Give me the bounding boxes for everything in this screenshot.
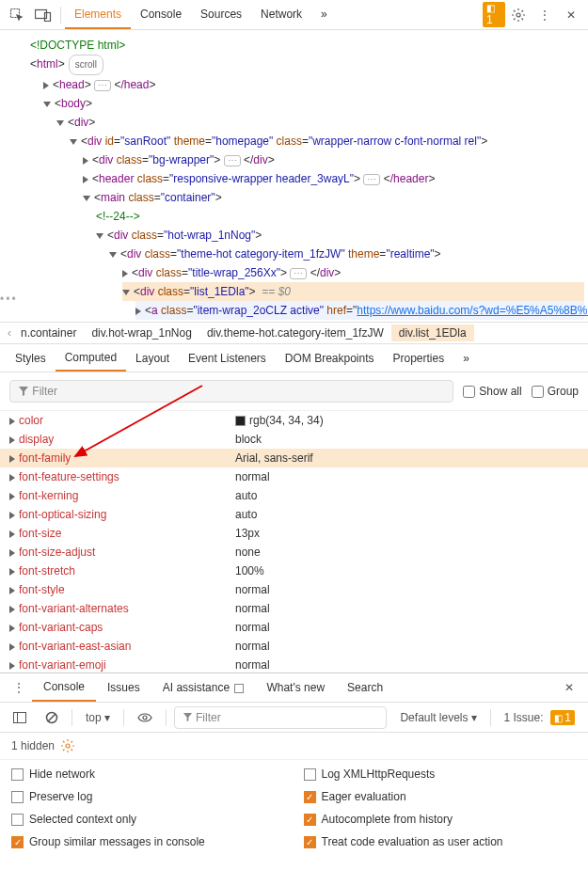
svg-point-10 [66,744,70,748]
console-toolbar: top ▾ Filter Default levels ▾ 1 Issue: ◧… [0,703,588,733]
panel-tabs: Elements Console Sources Network » [65,1,479,29]
doctype[interactable]: <!DOCTYPE html> [30,36,584,55]
breadcrumb-item-active[interactable]: div.list_1EDla [391,324,474,341]
live-expression-icon[interactable] [132,709,158,726]
computed-property[interactable]: colorrgb(34, 34, 34) [0,411,588,430]
div-tag[interactable]: <div> [56,113,584,132]
drawer-tab-whatsnew[interactable]: What's new [255,674,336,701]
svg-point-9 [143,716,147,720]
computed-property[interactable]: font-variant-emojinormal [0,656,588,672]
drawer-close-icon[interactable]: ✕ [556,674,582,701]
computed-property[interactable]: font-size-adjustnone [0,543,588,562]
breadcrumb-item[interactable]: div.hot-wrap_1nNog [84,324,199,341]
warnings-button[interactable]: ◧ 1 [479,2,505,28]
bg-wrapper-tag[interactable]: <div class="bg-wrapper"> ⋯ </div> [83,150,584,169]
comment[interactable]: <!--24--> [96,207,584,226]
setting-treat-code[interactable]: ✓Treat code evaluation as user action [304,835,578,848]
setting-hide-network[interactable]: Hide network [11,767,285,781]
computed-property[interactable]: font-optical-sizingauto [0,505,588,524]
settings-icon[interactable] [505,2,532,28]
breadcrumb-item[interactable]: div.theme-hot.category-item_1fzJW [199,324,391,341]
more-menu-icon[interactable]: ⋮ [532,2,558,28]
computed-property[interactable]: font-variant-capsnormal [0,618,588,637]
theme-hot-tag[interactable]: <div class="theme-hot category-item_1fzJ… [109,245,584,263]
setting-log-xhr[interactable]: Log XMLHttpRequests [304,767,578,781]
setting-group-messages[interactable]: ✓Group similar messages in console [11,835,285,848]
tab-event-listeners[interactable]: Event Listeners [179,346,276,371]
main-tag[interactable]: <main class="container"> [83,188,584,207]
svg-point-3 [516,13,520,17]
anchor-tag[interactable]: <a class="item-wrap_2oCLZ active" href="… [135,301,584,320]
computed-property[interactable]: font-size13px [0,524,588,543]
breadcrumb: ‹ n.container div.hot-wrap_1nNog div.the… [0,322,588,344]
svg-rect-2 [45,12,51,21]
sanroot-tag[interactable]: <div id="sanRoot" theme="homepage" class… [70,132,584,150]
styles-tabs-overflow[interactable]: » [453,346,479,371]
tab-elements[interactable]: Elements [65,1,131,29]
tab-computed[interactable]: Computed [56,345,126,372]
drawer-tab-search[interactable]: Search [336,674,394,701]
dom-tree[interactable]: ••• <!DOCTYPE html> <html>scroll <head> … [0,30,588,322]
drawer-more-icon[interactable]: ⋮ [6,674,32,701]
drawer-tab-console[interactable]: Console [32,673,96,702]
body-tag[interactable]: <body> [43,94,584,113]
svg-line-8 [48,714,56,721]
tab-network[interactable]: Network [251,1,311,29]
tabs-overflow[interactable]: » [311,1,337,29]
computed-property[interactable]: font-variant-alternatesnormal [0,599,588,618]
computed-property[interactable]: font-kerningauto [0,486,588,505]
tab-properties[interactable]: Properties [384,346,454,371]
computed-property[interactable]: font-stretch100% [0,562,588,580]
scroll-badge: scroll [69,55,103,75]
styles-tabs: Styles Computed Layout Event Listeners D… [0,344,588,372]
drawer-tab-ai[interactable]: AI assistance [151,674,256,701]
tab-sources[interactable]: Sources [191,1,251,29]
gutter-dots: ••• [0,290,18,309]
hidden-messages[interactable]: 1 hidden [0,733,588,760]
inspect-icon[interactable] [4,2,30,28]
filter-icon [183,712,193,722]
filter-input[interactable]: Filter [9,380,453,403]
tab-dom-breakpoints[interactable]: DOM Breakpoints [276,346,384,371]
computed-filter-row: Filter Show all Group [0,372,588,411]
filter-icon [18,386,29,397]
warning-count: 1 [486,13,493,26]
title-wrap-tag[interactable]: <div class="title-wrap_256Xx"> ⋯ </div> [122,263,584,282]
context-selector[interactable]: top ▾ [80,708,116,727]
clear-console-icon[interactable] [40,708,64,727]
computed-property[interactable]: font-familyArial, sans-serif [0,449,588,467]
show-all-checkbox[interactable]: Show all [463,385,521,398]
breadcrumb-back[interactable]: ‹ [6,326,13,340]
issues-link[interactable]: 1 Issue: ◧ 1 [499,707,581,728]
tab-styles[interactable]: Styles [6,346,56,371]
list-tag-selected[interactable]: <div class="list_1EDla"> == $0 [122,282,584,301]
computed-property[interactable]: font-variant-east-asiannormal [0,637,588,656]
setting-autocomplete[interactable]: ✓Autocomplete from history [304,813,578,826]
computed-properties[interactable]: colorrgb(34, 34, 34)displayblockfont-fam… [0,411,588,672]
setting-eager-eval[interactable]: ✓Eager evaluation [304,790,578,803]
svg-rect-5 [14,712,26,722]
computed-property[interactable]: font-feature-settingsnormal [0,467,588,486]
computed-property[interactable]: font-stylenormal [0,580,588,599]
console-filter-placeholder: Filter [196,711,221,724]
hot-wrap-tag[interactable]: <div class="hot-wrap_1nNog"> [96,226,584,245]
log-levels-selector[interactable]: Default levels ▾ [394,708,482,727]
close-icon[interactable]: ✕ [558,2,584,28]
group-checkbox[interactable]: Group [532,385,579,398]
tab-layout[interactable]: Layout [126,346,179,371]
device-toggle-icon[interactable] [30,2,56,28]
drawer-tab-issues[interactable]: Issues [96,674,151,701]
breadcrumb-item[interactable]: n.container [13,324,84,341]
drawer-tabs: ⋮ Console Issues AI assistance What's ne… [0,672,588,703]
setting-selected-context[interactable]: Selected context only [11,813,285,826]
console-sidebar-toggle[interactable] [8,709,32,726]
computed-property[interactable]: displayblock [0,430,588,449]
header-tag[interactable]: <header class="responsive-wrapper header… [83,169,584,188]
gear-icon[interactable] [60,738,75,753]
html-tag[interactable]: <html>scroll [30,55,584,75]
head-tag[interactable]: <head> ⋯ </head> [43,75,584,94]
setting-preserve-log[interactable]: Preserve log [11,790,285,803]
tab-console[interactable]: Console [131,1,191,29]
main-toolbar: Elements Console Sources Network » ◧ 1 ⋮… [0,0,588,30]
console-filter-input[interactable]: Filter [174,706,388,729]
